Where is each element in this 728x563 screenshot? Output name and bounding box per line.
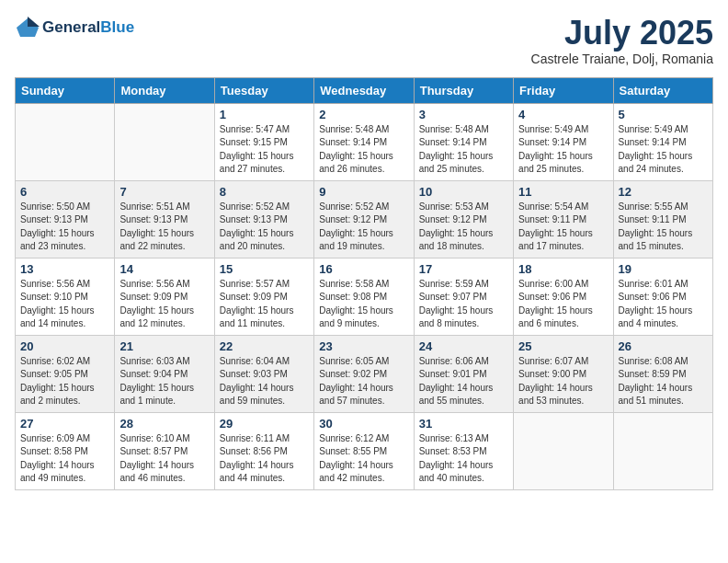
day-number: 9 xyxy=(319,185,408,199)
day-number: 24 xyxy=(419,339,508,353)
logo-general: General xyxy=(42,18,100,36)
day-number: 20 xyxy=(20,339,109,353)
title-block: July 2025 Castrele Traiane, Dolj, Romani… xyxy=(531,15,713,66)
calendar-day-cell: 8Sunrise: 5:52 AMSunset: 9:13 PMDaylight… xyxy=(214,180,313,258)
calendar-day-cell xyxy=(514,412,613,489)
calendar-day-cell: 23Sunrise: 6:05 AMSunset: 9:02 PMDayligh… xyxy=(314,335,414,412)
calendar-day-cell: 11Sunrise: 5:54 AMSunset: 9:11 PMDayligh… xyxy=(514,180,613,258)
day-number: 12 xyxy=(619,185,708,199)
day-number: 17 xyxy=(419,262,508,276)
calendar-day-cell: 12Sunrise: 5:55 AMSunset: 9:11 PMDayligh… xyxy=(613,180,712,258)
day-info: Sunrise: 6:11 AMSunset: 8:56 PMDaylight:… xyxy=(220,432,309,486)
calendar-day-cell: 4Sunrise: 5:49 AMSunset: 9:14 PMDaylight… xyxy=(514,103,613,180)
calendar-day-cell: 2Sunrise: 5:48 AMSunset: 9:14 PMDaylight… xyxy=(314,103,414,180)
day-number: 25 xyxy=(518,339,608,353)
day-info: Sunrise: 5:53 AMSunset: 9:12 PMDaylight:… xyxy=(419,201,508,254)
day-number: 19 xyxy=(619,262,708,276)
calendar-day-cell: 17Sunrise: 5:59 AMSunset: 9:07 PMDayligh… xyxy=(414,258,513,335)
calendar-day-cell: 28Sunrise: 6:10 AMSunset: 8:57 PMDayligh… xyxy=(115,412,214,489)
calendar-day-cell: 20Sunrise: 6:02 AMSunset: 9:05 PMDayligh… xyxy=(16,335,115,412)
svg-marker-1 xyxy=(28,17,40,27)
calendar-day-cell: 22Sunrise: 6:04 AMSunset: 9:03 PMDayligh… xyxy=(214,335,313,412)
calendar-day-cell: 14Sunrise: 5:56 AMSunset: 9:09 PMDayligh… xyxy=(115,258,214,335)
weekday-header-wednesday: Wednesday xyxy=(314,77,414,103)
calendar-week-row: 27Sunrise: 6:09 AMSunset: 8:58 PMDayligh… xyxy=(16,412,713,489)
day-number: 10 xyxy=(419,185,508,199)
day-number: 31 xyxy=(419,417,508,431)
weekday-header-friday: Friday xyxy=(514,77,613,103)
calendar-table: SundayMondayTuesdayWednesdayThursdayFrid… xyxy=(15,77,713,490)
weekday-header-sunday: Sunday xyxy=(16,77,115,103)
calendar-day-cell: 21Sunrise: 6:03 AMSunset: 9:04 PMDayligh… xyxy=(115,335,214,412)
day-info: Sunrise: 6:03 AMSunset: 9:04 PMDaylight:… xyxy=(119,355,209,408)
calendar-day-cell: 16Sunrise: 5:58 AMSunset: 9:08 PMDayligh… xyxy=(314,258,414,335)
day-number: 30 xyxy=(319,417,408,431)
calendar-day-cell: 3Sunrise: 5:48 AMSunset: 9:14 PMDaylight… xyxy=(414,103,513,180)
calendar-day-cell: 24Sunrise: 6:06 AMSunset: 9:01 PMDayligh… xyxy=(414,335,513,412)
day-info: Sunrise: 5:56 AMSunset: 9:10 PMDaylight:… xyxy=(20,278,109,331)
weekday-header-saturday: Saturday xyxy=(613,77,712,103)
weekday-header-row: SundayMondayTuesdayWednesdayThursdayFrid… xyxy=(16,77,713,103)
calendar-day-cell: 10Sunrise: 5:53 AMSunset: 9:12 PMDayligh… xyxy=(414,180,513,258)
day-info: Sunrise: 5:55 AMSunset: 9:11 PMDaylight:… xyxy=(619,201,708,254)
day-info: Sunrise: 6:08 AMSunset: 8:59 PMDaylight:… xyxy=(619,355,708,408)
day-info: Sunrise: 5:48 AMSunset: 9:14 PMDaylight:… xyxy=(419,123,508,177)
day-info: Sunrise: 6:06 AMSunset: 9:01 PMDaylight:… xyxy=(419,355,508,408)
day-number: 5 xyxy=(619,108,708,121)
day-info: Sunrise: 5:51 AMSunset: 9:13 PMDaylight:… xyxy=(119,201,209,254)
day-number: 29 xyxy=(220,417,309,431)
calendar-day-cell: 6Sunrise: 5:50 AMSunset: 9:13 PMDaylight… xyxy=(16,180,115,258)
page-header: GeneralBlue July 2025 Castrele Traiane, … xyxy=(15,15,713,66)
day-number: 18 xyxy=(518,262,608,276)
day-number: 15 xyxy=(220,262,309,276)
day-number: 22 xyxy=(220,339,309,353)
month-year: July 2025 xyxy=(531,15,713,52)
calendar-week-row: 6Sunrise: 5:50 AMSunset: 9:13 PMDaylight… xyxy=(16,180,713,258)
calendar-day-cell: 27Sunrise: 6:09 AMSunset: 8:58 PMDayligh… xyxy=(16,412,115,489)
weekday-header-monday: Monday xyxy=(115,77,214,103)
day-number: 13 xyxy=(20,262,109,276)
calendar-day-cell: 18Sunrise: 6:00 AMSunset: 9:06 PMDayligh… xyxy=(514,258,613,335)
calendar-day-cell: 26Sunrise: 6:08 AMSunset: 8:59 PMDayligh… xyxy=(613,335,712,412)
day-info: Sunrise: 5:58 AMSunset: 9:08 PMDaylight:… xyxy=(319,278,408,331)
day-info: Sunrise: 5:49 AMSunset: 9:14 PMDaylight:… xyxy=(619,123,708,177)
day-number: 2 xyxy=(319,108,408,121)
day-number: 28 xyxy=(119,417,209,431)
calendar-week-row: 20Sunrise: 6:02 AMSunset: 9:05 PMDayligh… xyxy=(16,335,713,412)
day-info: Sunrise: 5:48 AMSunset: 9:14 PMDaylight:… xyxy=(319,123,408,177)
calendar-day-cell: 9Sunrise: 5:52 AMSunset: 9:12 PMDaylight… xyxy=(314,180,414,258)
calendar-day-cell: 19Sunrise: 6:01 AMSunset: 9:06 PMDayligh… xyxy=(613,258,712,335)
day-info: Sunrise: 6:09 AMSunset: 8:58 PMDaylight:… xyxy=(20,432,109,486)
day-number: 1 xyxy=(220,108,309,121)
day-number: 7 xyxy=(119,185,209,199)
calendar-day-cell xyxy=(613,412,712,489)
day-info: Sunrise: 6:10 AMSunset: 8:57 PMDaylight:… xyxy=(119,432,209,486)
day-info: Sunrise: 5:56 AMSunset: 9:09 PMDaylight:… xyxy=(119,278,209,331)
day-info: Sunrise: 5:52 AMSunset: 9:12 PMDaylight:… xyxy=(319,201,408,254)
calendar-day-cell: 13Sunrise: 5:56 AMSunset: 9:10 PMDayligh… xyxy=(16,258,115,335)
day-number: 16 xyxy=(319,262,408,276)
calendar-week-row: 1Sunrise: 5:47 AMSunset: 9:15 PMDaylight… xyxy=(16,103,713,180)
day-number: 14 xyxy=(119,262,209,276)
day-info: Sunrise: 5:50 AMSunset: 9:13 PMDaylight:… xyxy=(20,201,109,254)
calendar-day-cell: 30Sunrise: 6:12 AMSunset: 8:55 PMDayligh… xyxy=(314,412,414,489)
day-number: 3 xyxy=(419,108,508,121)
day-info: Sunrise: 6:00 AMSunset: 9:06 PMDaylight:… xyxy=(518,278,608,331)
calendar-day-cell: 15Sunrise: 5:57 AMSunset: 9:09 PMDayligh… xyxy=(214,258,313,335)
calendar-day-cell xyxy=(115,103,214,180)
day-info: Sunrise: 6:12 AMSunset: 8:55 PMDaylight:… xyxy=(319,432,408,486)
calendar-day-cell: 31Sunrise: 6:13 AMSunset: 8:53 PMDayligh… xyxy=(414,412,513,489)
calendar-week-row: 13Sunrise: 5:56 AMSunset: 9:10 PMDayligh… xyxy=(16,258,713,335)
day-number: 21 xyxy=(119,339,209,353)
calendar-day-cell: 1Sunrise: 5:47 AMSunset: 9:15 PMDaylight… xyxy=(214,103,313,180)
weekday-header-thursday: Thursday xyxy=(414,77,513,103)
day-info: Sunrise: 6:07 AMSunset: 9:00 PMDaylight:… xyxy=(518,355,608,408)
calendar-day-cell: 7Sunrise: 5:51 AMSunset: 9:13 PMDaylight… xyxy=(115,180,214,258)
day-number: 6 xyxy=(20,185,109,199)
day-number: 26 xyxy=(619,339,708,353)
day-info: Sunrise: 6:13 AMSunset: 8:53 PMDaylight:… xyxy=(419,432,508,486)
day-number: 8 xyxy=(220,185,309,199)
logo: GeneralBlue xyxy=(15,15,134,40)
day-info: Sunrise: 6:01 AMSunset: 9:06 PMDaylight:… xyxy=(619,278,708,331)
day-info: Sunrise: 5:54 AMSunset: 9:11 PMDaylight:… xyxy=(518,201,608,254)
